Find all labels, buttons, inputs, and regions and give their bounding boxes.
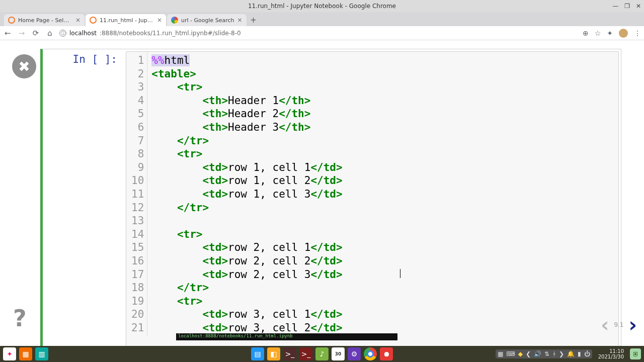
rise-nav: ‹ 9.1 › (601, 315, 637, 335)
calendar-icon[interactable]: 30 (332, 347, 345, 360)
rise-prev-slide-button[interactable]: ‹ (601, 315, 609, 335)
rise-next-slide-button[interactable]: › (629, 315, 637, 335)
page-content: ✖ In [ ]: 123456789101112131415161718192… (0, 40, 644, 346)
code-lines[interactable]: %%html<table> <tr> <th>Header 1</th> <th… (147, 52, 346, 336)
tab-close-icon[interactable]: × (157, 17, 162, 24)
window-maximize-button[interactable]: ❐ (624, 3, 630, 10)
terminal-icon[interactable]: >_ (283, 347, 296, 360)
tab-close-icon[interactable]: × (75, 17, 80, 24)
taskbar-clock[interactable]: 11:10 2021/3/30 (598, 348, 624, 359)
profile-avatar[interactable] (619, 29, 628, 38)
jupyter-icon (90, 17, 97, 24)
workspace-switcher-icon[interactable]: ▦ (19, 347, 32, 360)
taskbar-app-icon[interactable]: ◧ (267, 347, 280, 360)
power-icon[interactable]: ⏻ (584, 350, 590, 357)
chevron-left-icon[interactable]: ❮ (526, 350, 531, 357)
keyboard-icon[interactable]: ⌨ (506, 350, 515, 357)
rise-slide-counter: 9.1 (614, 321, 623, 328)
tab-url-google-search[interactable]: url - Google Search × (167, 14, 247, 26)
tab-home-page[interactable]: Home Page - Select or cre × (4, 14, 85, 26)
tab-title: url - Google Search (181, 17, 234, 24)
site-info-icon[interactable]: ⓘ (59, 30, 66, 37)
network-icon[interactable]: ⇅ (544, 350, 549, 357)
chrome-icon[interactable] (364, 347, 377, 360)
text-cursor (400, 269, 400, 278)
zoom-icon[interactable]: ⊕ (583, 29, 589, 37)
file-manager-icon[interactable]: ▥ (35, 347, 48, 360)
line-number-gutter: 123456789101112131415161718192021 (126, 52, 147, 336)
browser-toolbar: ← → ⟳ ⌂ ⓘ localhost:8888/notebooks/11.ru… (0, 26, 644, 40)
url-path: :8888/notebooks/11.run_html.ipynb#/slide… (100, 30, 241, 37)
screen-recorder-icon[interactable]: ⏺ (380, 347, 393, 360)
tab-title: Home Page - Select or cre (18, 17, 72, 24)
close-icon: ✖ (18, 58, 30, 75)
input-prompt: In [ ]: (43, 53, 123, 65)
forward-button[interactable]: → (17, 29, 26, 38)
taskbar-app-icon[interactable]: ▤ (251, 347, 264, 360)
extensions-icon[interactable]: ✦ (607, 29, 613, 37)
clock-time: 11:10 (598, 348, 624, 354)
google-icon (171, 17, 178, 24)
tab-close-icon[interactable]: × (237, 17, 243, 24)
window-controls: — ❐ ✕ (612, 0, 641, 12)
notifications-icon[interactable]: 🔔 (567, 350, 575, 357)
security-shield-icon[interactable]: ⛨ (630, 348, 641, 359)
terminal-icon[interactable]: >_ (299, 347, 312, 360)
tab-title: 11.run_html - Jupyter Note (100, 17, 154, 24)
code-cell[interactable]: In [ ]: 12345678910111213141516171819202… (40, 49, 621, 347)
code-editor[interactable]: 123456789101112131415161718192021 %%html… (126, 51, 619, 349)
back-button[interactable]: ← (3, 29, 12, 38)
calendar-day: 30 (335, 352, 342, 356)
battery-icon[interactable]: ▮ (578, 350, 581, 357)
url-host: localhost (69, 30, 97, 37)
app-launcher-icon[interactable]: ✦ (3, 347, 16, 360)
toolbar-right: ⊕ ☆ ✦ ⋮ (583, 29, 641, 38)
rise-help-button[interactable]: ? (13, 305, 27, 332)
settings-icon[interactable]: ⚙ (348, 347, 361, 360)
window-title: 11.run_html - Jupyter Notebook - Google … (248, 3, 396, 10)
rise-exit-button[interactable]: ✖ (12, 54, 36, 78)
window-minimize-button[interactable]: — (612, 3, 618, 10)
clock-date: 2021/3/30 (598, 354, 624, 359)
music-player-icon[interactable]: ♪ (315, 347, 329, 360)
reload-button[interactable]: ⟳ (31, 29, 40, 38)
window-titlebar: 11.run_html - Jupyter Notebook - Google … (0, 0, 644, 12)
tab-11-run-html[interactable]: 11.run_html - Jupyter Note × (86, 14, 166, 26)
address-bar[interactable]: ⓘ localhost:8888/notebooks/11.run_html.i… (59, 30, 578, 37)
os-taskbar: ✦ ▦ ▥ ▤ ◧ >_ >_ ♪ 30 ⚙ ⏺ ▦ ⌨ ◆ ❮ 🔊 ⇅ ᚼ ❯… (0, 346, 644, 362)
tray-app-icon[interactable]: ◆ (518, 350, 523, 357)
home-button[interactable]: ⌂ (45, 29, 54, 38)
volume-icon[interactable]: 🔊 (534, 350, 541, 357)
window-close-button[interactable]: ✕ (636, 3, 641, 10)
background-terminal-hint: localhost:8888/notebooks/11.run_html.ipy… (176, 333, 397, 340)
bookmark-star-icon[interactable]: ☆ (595, 29, 601, 37)
system-tray[interactable]: ▦ ⌨ ◆ ❮ 🔊 ⇅ ᚼ ❯ 🔔 ▮ ⏻ (496, 349, 592, 358)
jupyter-icon (8, 17, 15, 24)
tray-app-icon[interactable]: ▦ (498, 350, 503, 357)
chevron-right-icon[interactable]: ❯ (559, 350, 564, 357)
new-tab-button[interactable]: + (248, 14, 260, 26)
browser-tabstrip: Home Page - Select or cre × 11.run_html … (0, 12, 644, 26)
bluetooth-icon[interactable]: ᚼ (552, 350, 556, 357)
browser-menu-icon[interactable]: ⋮ (634, 29, 641, 37)
